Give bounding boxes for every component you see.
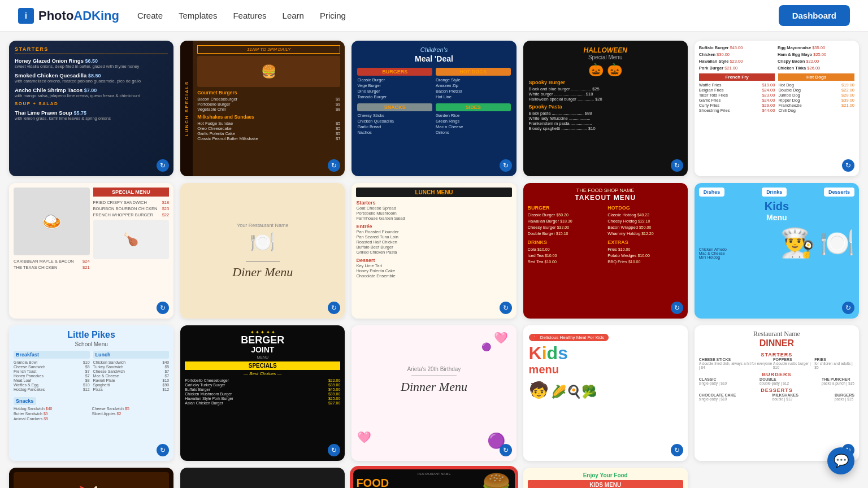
card-content-3: Children's Meal 'Deal BURGERS Classic Bu…: [351, 41, 516, 176]
logo-highlight: ADKing: [73, 8, 119, 23]
card10-edit-icon[interactable]: [842, 302, 854, 314]
card8-edit-icon[interactable]: [500, 302, 512, 314]
card7-cloche-icon: 🍽️: [250, 230, 275, 254]
card9-burger-col: BURGER Classic Burger $50.20 Hawaiian Bu…: [528, 205, 604, 265]
card-content-16: 🔥🍖 BBQ THE HOME OF FRESHLY GRILLED MEATY…: [9, 468, 173, 488]
card11-lunch: Lunch Chicken Sandwich$40 Turkey Sandwic…: [93, 351, 170, 392]
card14-kids-image: 🧒: [529, 381, 549, 399]
card10-chef-image: 👨‍🍳: [780, 226, 815, 259]
template-card-6[interactable]: 🍛 CARIBBEAN MAPLE & BACON$24 THE TEXAS C…: [9, 183, 173, 319]
card-content-13: 🩷 🟣 🩷 🟣 Arieta's 20th Birthday Dinner Me…: [351, 325, 516, 461]
card-content-7: Your Restaurant Name 🍽️ Diner Menu: [180, 183, 345, 319]
template-card-13[interactable]: 🩷 🟣 🩷 🟣 Arieta's 20th Birthday Dinner Me…: [351, 325, 516, 461]
card16-bbq-image: 🔥🍖: [14, 472, 169, 488]
card1-category: STARTERS: [15, 46, 168, 54]
card13-circle-decoration: 🟣: [481, 342, 491, 351]
card1-item4: Soup + Salad Thai Lime Prawn Soup $5.75 …: [15, 101, 168, 121]
nav-features[interactable]: Features: [233, 8, 266, 23]
card2-food-image: 🍔: [197, 56, 340, 87]
card1-item2: Smoked Chicken Quesadilla $8.50 with car…: [15, 72, 168, 84]
card2-content: 11AM TO 2PM DAILY 🍔 Gourmet Burgers Baco…: [193, 41, 345, 176]
card-content-1: STARTERS Honey Glazed Onion Rings $6.50 …: [9, 41, 173, 176]
card2-section2: Milkshakes and Sundaes Hot Fudge Sundae$…: [197, 114, 340, 141]
template-card-14[interactable]: ❤️ Delicious Healthy Meal For Kids Kids …: [523, 325, 688, 461]
template-card-16[interactable]: 🔥🍖 BBQ THE HOME OF FRESHLY GRILLED MEATY…: [9, 468, 173, 488]
template-card-3[interactable]: Children's Meal 'Deal BURGERS Classic Bu…: [351, 41, 516, 176]
card-content-4: HALLOWEEN Special Menu 🎃 🎃 Spooky Burger…: [523, 41, 688, 176]
nav-pricing[interactable]: Pricing: [320, 8, 346, 23]
template-card-1[interactable]: STARTERS Honey Glazed Onion Rings $6.50 …: [9, 41, 173, 176]
card3-hotdogs: HOT DOGS Orange Style Amazen Zip Bacon P…: [436, 68, 511, 100]
nav-create[interactable]: Create: [137, 8, 163, 23]
template-card-15[interactable]: Restaurant Name DINNER STARTERS CHEESE S…: [695, 325, 859, 461]
card13-balloon-decoration: 🩷: [357, 430, 371, 444]
header-left: i PhotoADKing Create Templates Features …: [18, 8, 346, 24]
card-content-17: Do it yourself 🍔 BURGERS: [180, 468, 345, 488]
card2-sidebar: LUNCH SPECIALS: [180, 41, 193, 176]
template-card-17[interactable]: Do it yourself 🍔 BURGERS: [180, 468, 345, 488]
card9-edit-icon[interactable]: [671, 302, 683, 314]
card-content-18: RESTAURANT NAME FOODMENU 🍔 DRINKS WATER$…: [351, 468, 516, 488]
template-card-9[interactable]: THE FOOD SHOP NAME TAKEOUT MENU BURGER C…: [523, 183, 688, 319]
card3-sides: SIDES Garden Rice Green Rings Mac n Chee…: [436, 103, 511, 136]
card-content-2: LUNCH SPECIALS 11AM TO 2PM DAILY 🍔 Gourm…: [180, 41, 345, 176]
card2-section1: Gourmet Burgers Bacon Cheeseburger$9 Por…: [197, 90, 340, 112]
card6-food-image2: 🍗: [93, 220, 170, 259]
card-content-10: Dishes Drinks Desserts Kids Menu Chicken…: [695, 183, 859, 319]
card-content-6: 🍛 CARIBBEAN MAPLE & BACON$24 THE TEXAS C…: [9, 183, 173, 319]
card14-edit-icon[interactable]: [671, 444, 683, 456]
header: i PhotoADKing Create Templates Features …: [0, 0, 868, 32]
template-card-11[interactable]: Little Pikes School Menu Breakfast Grano…: [9, 325, 173, 461]
logo[interactable]: i PhotoADKing: [18, 8, 119, 24]
card-content-12: ✦ ✦ ✦ ✦ ✦ BERGER JOINT MENU SPECIALS — B…: [180, 325, 345, 461]
card-content-8: LUNCH MENU Starters Goat Cheese Spread P…: [351, 183, 516, 319]
nav-learn[interactable]: Learn: [283, 8, 304, 23]
card4-edit-icon[interactable]: [671, 159, 683, 172]
card-content-5: Buffalo Burger $45.00 Egg Mayonnaise $35…: [695, 41, 859, 176]
card1-item1: Honey Glazed Onion Rings $6.50 sweet vid…: [15, 58, 168, 69]
card-content-14: ❤️ Delicious Healthy Meal For Kids Kids …: [523, 325, 688, 461]
template-card-8[interactable]: LUNCH MENU Starters Goat Cheese Spread P…: [351, 183, 516, 319]
card3-burgers: BURGERS Classic Burger Vege Burger Dino …: [357, 68, 432, 100]
logo-text: PhotoADKing: [38, 8, 119, 23]
template-card-4[interactable]: HALLOWEEN Special Menu 🎃 🎃 Spooky Burger…: [523, 41, 688, 176]
template-card-2[interactable]: LUNCH SPECIALS 11AM TO 2PM DAILY 🍔 Gourm…: [180, 41, 345, 176]
card18-burger-image: 🍔: [481, 472, 512, 488]
main-nav: Create Templates Features Learn Pricing: [137, 8, 346, 23]
card14-food-icons: 🌽🍳🥦: [551, 385, 597, 399]
template-card-7[interactable]: Your Restaurant Name 🍽️ Diner Menu: [180, 183, 345, 319]
card9-hotdog-col: HOTDOG Classic Hotdog $40.22 Cheesy Hotd…: [607, 205, 683, 265]
card-content-9: THE FOOD SHOP NAME TAKEOUT MENU BURGER C…: [523, 183, 688, 319]
card13-edit-icon[interactable]: [500, 444, 512, 456]
template-card-10[interactable]: Dishes Drinks Desserts Kids Menu Chicken…: [695, 183, 859, 319]
card3-edit-icon[interactable]: [500, 159, 512, 172]
template-card-19[interactable]: Enjoy Your Food KIDS MENU 🏫 🎒 Starters S…: [523, 468, 688, 488]
card11-breakfast: Breakfast Granola Bowl$10 Cheese Sandwic…: [14, 351, 90, 392]
card-content-15: Restaurant Name DINNER STARTERS CHEESE S…: [695, 325, 859, 461]
template-grid: STARTERS Honey Glazed Onion Rings $6.50 …: [0, 32, 868, 488]
card5-edit-icon[interactable]: [842, 159, 854, 172]
card10-food-image: 🍽️: [819, 226, 854, 259]
card-content-19: Enjoy Your Food KIDS MENU 🏫 🎒 Starters S…: [523, 468, 688, 488]
card13-heart-decoration: 🩷: [494, 331, 508, 345]
template-card-5[interactable]: Buffalo Burger $45.00 Egg Mayonnaise $35…: [695, 41, 859, 176]
chat-button[interactable]: 💬: [827, 447, 854, 474]
logo-icon: i: [18, 8, 34, 24]
template-card-18-selected[interactable]: RESTAURANT NAME FOODMENU 🍔 DRINKS WATER$…: [351, 468, 516, 488]
nav-templates[interactable]: Templates: [179, 8, 217, 23]
card1-item3: Ancho Chile Shrimp Tacos $7.00 with mang…: [15, 87, 168, 99]
card-content-11: Little Pikes School Menu Breakfast Grano…: [9, 325, 173, 461]
template-card-12[interactable]: ✦ ✦ ✦ ✦ ✦ BERGER JOINT MENU SPECIALS — B…: [180, 325, 345, 461]
card3-snacks: SNACKS Cheesy Sticks Chicken Quesadilla …: [357, 103, 432, 136]
card6-food-image: 🍛: [14, 188, 90, 255]
dashboard-button[interactable]: Dashboard: [779, 5, 850, 26]
